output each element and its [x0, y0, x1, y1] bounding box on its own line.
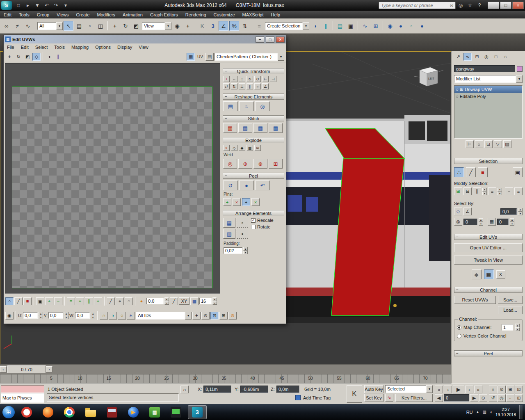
save-file-icon[interactable]: ▼ — [33, 1, 42, 9]
uv-menu-display[interactable]: Display — [114, 45, 135, 50]
tab-hierarchy-icon[interactable]: ⊟ — [473, 53, 481, 61]
selection-lock-icon[interactable]: ∩ — [180, 386, 189, 393]
matid-spinner[interactable]: ▲▾ — [479, 218, 483, 226]
clock[interactable]: 2:27 19.10.2018 — [495, 407, 516, 418]
edge-distance-spinner[interactable]: ▲▾ — [212, 297, 217, 305]
pan-view-icon[interactable]: + — [489, 386, 497, 393]
taskbar-3dsmax-icon[interactable]: 3 — [188, 405, 207, 419]
menu-maxscript[interactable]: MAXScript — [239, 11, 267, 18]
weld-target-icon[interactable]: ◎ — [223, 159, 237, 169]
uv-move-icon[interactable]: + — [5, 53, 14, 61]
rotate-checkbox[interactable] — [251, 225, 256, 229]
flip-horizontal-icon[interactable]: ⇄ — [223, 83, 230, 89]
dropdown-arrow-icon[interactable]: ▾ — [56, 22, 63, 30]
curve-editor-icon[interactable]: ∿ — [360, 21, 370, 31]
pin-tool-icon[interactable]: + — [223, 198, 231, 206]
edit-uvs-rollout-header[interactable]: − Edit UVs — [454, 234, 523, 240]
time-slider-handle[interactable]: 0 / 70 — [7, 365, 46, 373]
uv-rotate-icon[interactable]: ↻ — [14, 53, 23, 61]
uv-list-icon[interactable]: ▤ — [205, 53, 214, 61]
mirror-icon[interactable]: ◑ — [310, 21, 320, 31]
selection-filter-dropdown[interactable]: All ▾ — [37, 22, 63, 30]
loop-spinner[interactable]: ▲▾ — [498, 188, 502, 195]
falloff-type-icon[interactable]: ╱ — [170, 297, 178, 305]
show-map-toggle-icon[interactable]: ▦ — [187, 53, 195, 61]
reference-coordinate-dropdown[interactable]: View ▾ — [142, 22, 171, 30]
edit-named-selection-sets-icon[interactable]: ≡ — [254, 21, 264, 31]
remove-modifier-icon[interactable]: ▽ — [494, 140, 502, 148]
rescale-checkbox[interactable]: ✓ — [251, 218, 256, 223]
open-uv-editor-button[interactable]: Open UV Editor ... — [454, 243, 523, 252]
uv-zoom-extents-icon[interactable]: ⊞ — [219, 312, 228, 320]
pack-together-icon[interactable]: ▪ — [237, 229, 248, 239]
taskbar-media-player-icon[interactable]: ▶ — [124, 405, 143, 419]
map-channel-radio[interactable] — [457, 325, 461, 330]
time-configuration-icon[interactable]: ⊙ — [479, 394, 487, 402]
uv-edge-sub-icon[interactable]: ╱ — [466, 167, 476, 177]
uv-edge-loop-icon[interactable]: ≡ — [67, 297, 75, 305]
tab-display-icon[interactable]: □ — [492, 53, 500, 61]
spinner-snap-icon[interactable]: ⇅ — [240, 21, 250, 31]
uv-checker-texture[interactable] — [12, 87, 212, 288]
uv-menu-file[interactable]: File — [4, 45, 18, 50]
app-logo-icon[interactable]: S — [1, 1, 12, 10]
select-object-icon[interactable]: ↖ — [64, 21, 73, 31]
straighten-selection-icon[interactable]: ▤ — [223, 101, 238, 111]
grow-selection-icon[interactable]: ⊞ — [454, 187, 462, 195]
freeze-selected-icon[interactable]: ∗ — [127, 312, 135, 320]
quick-planar-map-icon[interactable]: ◆ — [472, 269, 482, 279]
modifier-list-dropdown[interactable]: Modifier List ▾ — [454, 75, 523, 83]
go-to-start-icon[interactable]: « — [435, 386, 443, 393]
walk-through-icon[interactable]: ▫ — [506, 394, 514, 402]
dropdown-arrow-icon[interactable]: ▾ — [165, 22, 171, 30]
u-field[interactable]: 0,0 — [23, 312, 38, 319]
rectangular-selection-region-icon[interactable]: ▫ — [85, 21, 95, 31]
unpin-tool-icon[interactable]: × — [233, 198, 241, 206]
edge-loop-select-icon[interactable]: ≡ — [514, 187, 523, 195]
uv-vertex-sub-icon[interactable]: ∴ — [454, 167, 464, 177]
key-filters-button[interactable]: Key Filters... — [395, 394, 433, 402]
menu-animation[interactable]: Animation — [119, 11, 146, 18]
object-name-field[interactable]: gangway — [454, 65, 515, 72]
tab-utilities-icon[interactable]: ⌂ — [501, 53, 509, 61]
falloff-space-button[interactable]: XY — [179, 297, 189, 305]
hide-selected-icon[interactable]: ◑ — [109, 312, 117, 320]
play-animation-icon[interactable]: ▶ — [453, 386, 464, 393]
menu-help[interactable]: Help — [267, 11, 284, 18]
select-element-icon[interactable]: ▣ — [513, 167, 523, 177]
peel-mode-icon[interactable]: ● — [239, 180, 254, 190]
set-key-button[interactable]: Set Key — [364, 394, 383, 402]
pin-stack-icon[interactable]: ⊢ — [466, 140, 474, 148]
rotate-cw-icon[interactable]: ↻ — [247, 76, 253, 82]
select-and-rotate-icon[interactable]: ↻ — [121, 21, 130, 31]
next-key-icon[interactable]: ▶ — [470, 394, 478, 402]
dropdown-arrow-icon[interactable]: ▾ — [426, 385, 433, 393]
start-button[interactable]: ⊞ — [2, 406, 15, 418]
select-matid-icon[interactable]: ◎ — [454, 218, 462, 226]
uv-zoom-to-gizmo-icon[interactable]: ⊚ — [228, 312, 237, 320]
align-icon[interactable]: ∥ — [321, 21, 331, 31]
open-file-icon[interactable]: ▸ — [23, 1, 32, 9]
window-crossing-icon[interactable]: ◫ — [96, 21, 105, 31]
uv-menu-view[interactable]: View — [135, 45, 152, 50]
padding-spinner[interactable]: ▲▾ — [243, 247, 248, 254]
favorites-icon[interactable]: ☆ — [466, 1, 475, 9]
stitch-target-icon[interactable]: ▦ — [269, 123, 283, 133]
uv-paint-grow-icon[interactable]: ● — [116, 297, 124, 305]
relax-tool-icon[interactable]: ◎ — [255, 101, 270, 111]
layer-manager-icon[interactable]: ▤ — [335, 21, 345, 31]
bind-to-space-warp-icon[interactable]: ∿ — [23, 21, 33, 31]
soft-selection-falloff-field[interactable]: 0,0 — [146, 298, 164, 304]
taskbar-capture-app-icon[interactable] — [167, 405, 185, 419]
qt-pin-icon[interactable]: + — [223, 76, 230, 82]
dropdown-arrow-icon[interactable]: ▾ — [185, 312, 192, 320]
save-uvs-button[interactable]: Save... — [498, 296, 523, 304]
percent-snap-icon[interactable]: % — [229, 21, 239, 31]
select-by-xy-icon[interactable]: ◇ — [454, 208, 462, 215]
menu-graph-editors[interactable]: Graph Editors — [146, 11, 182, 18]
selection-rollout-header[interactable]: − Selection — [454, 158, 523, 164]
uv-space-toggle-icon[interactable]: ▦ — [190, 297, 199, 305]
quick-peel-icon[interactable]: ↺ — [223, 180, 238, 190]
schematic-view-icon[interactable]: ⊞ — [371, 21, 381, 31]
select-ring-icon[interactable]: ∥ — [473, 187, 481, 195]
